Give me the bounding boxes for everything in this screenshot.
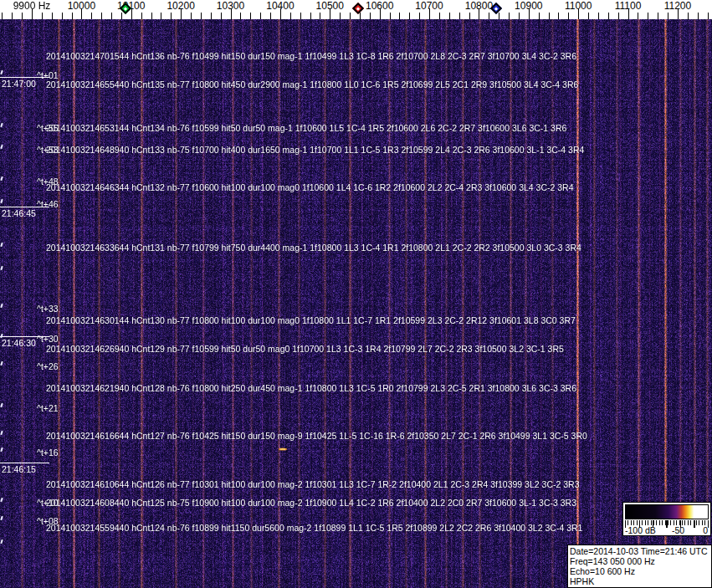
time-axis-label: 21:47:00 <box>0 77 49 89</box>
relative-time-mark: ^t+08 <box>37 516 59 526</box>
observation-info-box: Date=2014-10-03 Time=21:46 UTC Freq=143 … <box>567 545 712 588</box>
ruler-tick <box>698 13 699 19</box>
ruler-label: 10800 <box>465 0 493 12</box>
detection-log-line: 20141003214621940 hCnt128 nb-76 f10800 h… <box>46 383 576 393</box>
relative-time-mark: ^t+26 <box>37 361 59 371</box>
ruler-tick <box>648 13 648 19</box>
ruler-tick <box>141 13 142 19</box>
ruler-tick <box>62 13 63 19</box>
info-frequency: Freq=143 050 000 Hz <box>570 556 709 566</box>
ruler-tick <box>340 13 341 19</box>
ruler-tick <box>211 13 212 19</box>
relative-time-mark: ^t+55 <box>37 123 59 133</box>
detection-log-line: 20141003214630144 hCnt130 nb-77 f10800 h… <box>46 315 576 325</box>
ruler-tick <box>608 13 609 19</box>
relative-time-mark: ^t+33 <box>37 304 59 314</box>
ruler-tick <box>91 13 92 19</box>
ruler-tick <box>708 13 709 19</box>
ruler-tick <box>121 13 122 19</box>
marker-center-dot <box>356 7 360 10</box>
colorbar-gradient <box>625 504 709 519</box>
ruler-tick <box>449 13 450 19</box>
info-echo: Echo=10 600 Hz <box>570 566 709 576</box>
ruler-label: 10700 <box>415 0 443 12</box>
detection-log-line: 20141003214655440 hCnt135 nb-77 f10800 h… <box>46 79 578 89</box>
ruler-tick <box>270 13 271 19</box>
detection-log-line: 20141003214701544 hCnt136 nb-76 f10499 h… <box>46 51 576 61</box>
ruler-tick <box>72 13 73 19</box>
ruler-tick <box>201 13 202 19</box>
ruler-tick <box>260 13 261 19</box>
ruler-tick <box>409 13 410 19</box>
relative-time-mark: ^t+53 <box>37 145 59 155</box>
ruler-label: 10900 <box>515 0 542 12</box>
ruler-tick <box>240 13 241 19</box>
ruler-tick <box>459 13 460 19</box>
ruler-tick <box>2 13 3 19</box>
ruler-tick <box>509 13 510 19</box>
ruler-label: 10200 <box>166 0 194 12</box>
ruler-tick <box>290 13 291 19</box>
ruler-tick <box>111 13 112 19</box>
time-axis-label: 21:46:45 <box>0 207 49 218</box>
ruler-tick <box>191 13 192 19</box>
marker-center-dot <box>494 7 498 10</box>
ruler-tick <box>558 13 559 19</box>
marker-center-dot <box>124 7 127 10</box>
ruler-tick <box>161 13 161 19</box>
frequency-ruler: 9900 Hz100001010010200103001040010500106… <box>0 0 712 19</box>
ruler-tick <box>300 13 301 19</box>
ruler-tick <box>598 13 599 19</box>
detection-log-line: 20141003214646344 hCnt132 nb-77 f10600 h… <box>46 182 574 192</box>
ruler-label: 10600 <box>366 0 393 12</box>
ruler-tick <box>52 13 53 19</box>
ruler-tick <box>370 13 371 19</box>
ruler-tick <box>638 13 638 19</box>
ruler-tick <box>22 13 23 19</box>
ruler-tick <box>399 13 400 19</box>
ruler-tick <box>658 13 658 19</box>
colorbar-label-mid: -50 <box>672 525 684 535</box>
ruler-label: 11200 <box>664 0 691 12</box>
ruler-label: 9900 Hz <box>13 0 51 12</box>
ruler-tick <box>360 13 361 19</box>
ruler-tick <box>519 13 520 19</box>
ruler-tick <box>12 13 13 19</box>
ruler-label: 10400 <box>266 0 294 12</box>
ruler-label: 10300 <box>217 0 244 12</box>
ruler-label: 10500 <box>316 0 344 12</box>
time-axis-label: 21:46:30 <box>0 336 49 348</box>
colorbar-label-min: -100 dB <box>625 525 656 535</box>
relative-time-mark: ^t+48 <box>37 176 59 187</box>
relative-time-mark: ^t+16 <box>37 447 59 458</box>
ruler-tick <box>539 13 540 19</box>
detection-log-line: 20141003214626940 hCnt129 nb-77 f10599 h… <box>46 344 564 354</box>
ruler-tick <box>469 13 470 19</box>
ruler-tick <box>439 13 440 19</box>
ruler-tick <box>101 13 102 19</box>
ruler-tick <box>419 13 420 19</box>
red-diamond-marker[interactable] <box>352 3 364 14</box>
detection-log-line: 20141003214559440 hCnt124 nb-76 f10899 h… <box>46 523 582 533</box>
detection-log-line: 20141003214616644 hCnt127 nb-76 f10425 h… <box>46 431 587 441</box>
relative-time-mark: ^t+21 <box>37 403 59 413</box>
ruler-tick <box>688 13 689 19</box>
ruler-tick <box>588 13 589 19</box>
ruler-tick <box>250 13 251 19</box>
detection-log-line: 20141003214648940 hCnt133 nb-75 f10700 h… <box>46 145 584 155</box>
detection-log-line: 20141003214653144 hCnt134 nb-76 f10599 h… <box>46 123 566 133</box>
ruler-tick <box>221 13 222 19</box>
ruler-tick <box>549 13 550 19</box>
ruler-label: 11000 <box>565 0 592 12</box>
info-date-time: Date=2014-10-03 Time=21:46 UTC <box>570 546 709 556</box>
colorbar-label-max: 0 <box>703 525 708 535</box>
info-station-code: HPHK <box>570 576 709 586</box>
ruler-tick <box>310 13 311 19</box>
detection-log-line: 20141003214608440 hCnt125 nb-75 f10900 h… <box>46 498 576 508</box>
relative-time-mark: ^t+10 <box>37 498 59 508</box>
ruler-tick <box>618 13 619 19</box>
ruler-tick <box>42 13 43 19</box>
signal-level-colorbar: -100 dB -50 0 <box>622 502 711 536</box>
detection-log-line: 20141003214610644 hCnt126 nb-77 f10301 h… <box>46 479 580 489</box>
ruler-tick <box>320 13 320 19</box>
